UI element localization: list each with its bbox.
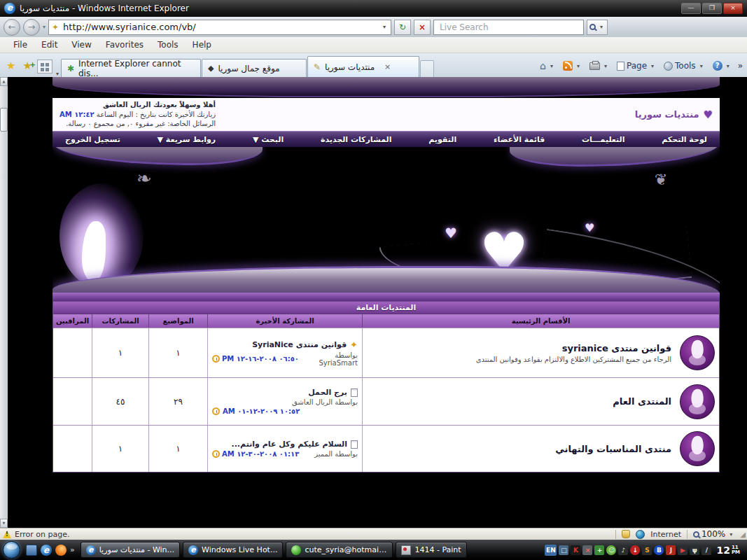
forum-row-occasions: منتدى المناسبات والتهاني السلام عليكم وك… [53, 425, 719, 472]
show-desktop-icon[interactable] [26, 545, 37, 556]
nav-new-posts[interactable]: المشاركات الجديدة [321, 135, 392, 144]
tab-close-icon[interactable]: × [379, 62, 391, 71]
forum-link[interactable]: المنتدى العام [367, 396, 671, 407]
url-box: ✦ ▾ [48, 20, 391, 35]
start-button[interactable] [3, 541, 20, 559]
menu-tools[interactable]: Tools [151, 38, 185, 51]
task-button-messenger[interactable]: cute_syria@hotmail... [286, 542, 393, 558]
download-manager-icon[interactable]: ↓ [630, 545, 640, 555]
last-post-link[interactable]: برج الحمل [308, 388, 347, 397]
menu-favorites[interactable]: Favorites [99, 38, 150, 51]
menu-view[interactable]: View [65, 38, 97, 51]
feeds-button[interactable]: ▾ [560, 59, 585, 72]
site-title-link[interactable]: منتديات سوريا [635, 109, 699, 120]
forum-icon-cell [676, 328, 719, 377]
search-button[interactable]: ▾ [587, 20, 608, 35]
tools-button[interactable]: Tools▾ [661, 59, 708, 72]
vertical-scrollbar[interactable]: ▲ ▼ [0, 77, 8, 528]
phone-sync-icon[interactable]: J [666, 545, 676, 555]
back-button[interactable]: ← [4, 19, 20, 36]
last-post-link[interactable]: السلام عليكم وكل عام وانتم... [232, 440, 348, 449]
last-visit-time: AM ١٢:٤٢ [60, 111, 95, 118]
zoom-dropdown[interactable]: ▾ [727, 531, 734, 538]
forward-button[interactable]: → [23, 19, 40, 36]
menu-edit[interactable]: Edit [35, 38, 64, 51]
search-options-dropdown[interactable]: ▾ [598, 24, 605, 30]
scroll-down-button[interactable]: ▼ [0, 519, 8, 528]
new-tab-button[interactable] [420, 60, 434, 77]
add-favorite-button[interactable]: ★ [19, 59, 35, 77]
tab-ie-error[interactable]: ✱ Internet Explorer cannot dis... [61, 59, 201, 77]
network-status-icon[interactable]: × [582, 545, 592, 555]
home-button[interactable]: ⌂▾ [537, 59, 558, 73]
minimize-button[interactable]: — [681, 3, 701, 14]
menu-help[interactable]: Help [186, 38, 218, 51]
history-dropdown[interactable]: ▾ [43, 24, 46, 30]
forum-avatar-icon [680, 384, 715, 419]
scroll-up-button[interactable]: ▲ [0, 77, 8, 86]
site-title: ♥ منتديات سوريا [635, 108, 713, 121]
media-player-icon[interactable]: ▶ [678, 545, 687, 555]
forum-category-title[interactable]: المنتديات العامة [53, 302, 719, 314]
forum-link[interactable]: منتدى المناسبات والتهاني [367, 444, 671, 454]
toolbar-overflow-chevron[interactable]: » [736, 61, 744, 71]
maximize-button[interactable]: ❐ [702, 3, 722, 14]
refresh-button[interactable]: ↻ [394, 20, 411, 35]
wand-icon[interactable]: / [701, 545, 711, 555]
gear-icon [664, 62, 673, 71]
nav-member-list[interactable]: قائمة الأعضاء [494, 135, 545, 144]
print-button[interactable]: ▾ [587, 61, 612, 71]
language-indicator[interactable]: EN [545, 545, 557, 556]
volume-icon[interactable]: ♪ [618, 545, 628, 555]
bluetooth-icon[interactable]: B [654, 545, 664, 555]
task-button-forum[interactable]: e منتديات سوريا - Win... [81, 542, 180, 558]
favorites-center-button[interactable]: ★ [3, 59, 19, 77]
updates-icon[interactable]: + [594, 545, 604, 555]
moderators-cell [53, 426, 92, 472]
task-button-paint[interactable]: 1414 - Paint [396, 542, 466, 558]
url-dropdown[interactable]: ▾ [381, 24, 388, 30]
url-input[interactable] [62, 21, 378, 33]
taskbar-clock[interactable]: 12 11 PM [713, 545, 744, 556]
internet-explorer-icon[interactable]: e [41, 545, 52, 556]
stop-button[interactable]: × [414, 20, 431, 35]
nav-logout[interactable]: تسجيل الخروج [65, 135, 120, 144]
quick-tabs-button[interactable] [37, 59, 53, 74]
remote-desktop-icon[interactable]: □ [559, 545, 568, 555]
last-post-link[interactable]: قوانين منتدى SyriaNice [252, 340, 347, 349]
tab-bar: ★ ★ ▾ ✱ Internet Explorer cannot dis... … [0, 53, 747, 77]
header-moderators: المراقبين [53, 314, 92, 328]
nav-calendar[interactable]: التقويم [428, 135, 456, 144]
welcome-line3: الرسائل الخاصة: غير مقروء ٠, من مجموع ٠ … [60, 119, 216, 129]
page-icon [617, 62, 624, 71]
nav-quick-links[interactable]: روابط سريعة ▼ [158, 135, 216, 144]
nav-control-panel[interactable]: لوحة التحكم [662, 135, 707, 144]
scrollbar-thumb[interactable] [0, 108, 8, 132]
nav-help[interactable]: التعليمـــات [582, 135, 624, 144]
nav-search[interactable]: البحث ▼ [253, 135, 284, 144]
firefox-icon[interactable] [55, 545, 67, 556]
forum-navbar: لوحة التحكم التعليمـــات قائمة الأعضاء ا… [53, 131, 720, 147]
messenger-status-icon[interactable]: ☺ [606, 545, 616, 555]
tab-jamal-syria[interactable]: ◆ موقع جمال سوريا [202, 59, 307, 77]
close-button[interactable]: × [723, 3, 743, 14]
tab-syria-forums[interactable]: ✎ منتديات سوريا × [307, 56, 419, 77]
forum-icon-cell [676, 426, 719, 472]
search-input[interactable] [438, 22, 579, 33]
quick-launch-overflow[interactable]: » [70, 545, 75, 554]
wireless-icon[interactable]: ψ [690, 545, 699, 555]
zoom-control[interactable]: 100% ▾ [693, 529, 734, 539]
messenger-icon [291, 545, 301, 555]
tab-list-dropdown[interactable]: ▾ [54, 71, 61, 77]
app-swoosh-icon[interactable]: S [642, 545, 652, 555]
last-post-cell: ✦ قوانين منتدى SyriaNice بواسطة SyriaSma… [207, 328, 362, 377]
task-button-hotmail[interactable]: e Windows Live Hot... [183, 542, 283, 558]
page-button[interactable]: Page▾ [614, 59, 659, 72]
help-button[interactable]: ?▾ [710, 59, 734, 72]
zoom-level: 100% [701, 529, 725, 539]
menu-file[interactable]: File [7, 38, 34, 51]
forum-link[interactable]: قوانين منتدى syrianice [367, 343, 671, 354]
print-icon [589, 62, 600, 70]
antivirus-icon[interactable]: K [571, 545, 580, 555]
site-favicon: ✦ [52, 22, 59, 32]
